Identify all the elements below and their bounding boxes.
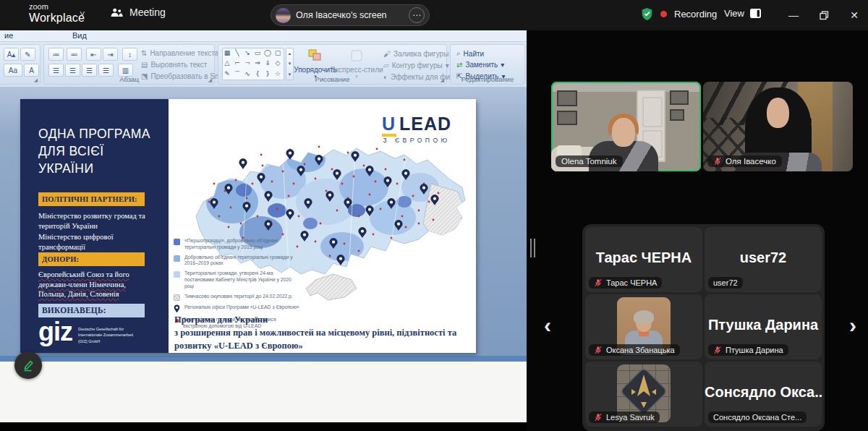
shared-screen-content: ие Вид А▴ ✎ Аа А ◢ ≔ ≕ ⇤ ⇥ ↕ ☰ ☰ ☰	[0, 30, 527, 431]
clear-format-button[interactable]: ✎	[20, 48, 35, 61]
quick-styles-icon	[349, 48, 364, 63]
mic-off-icon	[713, 157, 722, 166]
shape-elbow-icon[interactable]: ⌐	[233, 59, 242, 68]
partner-ministry-1: Міністерство розвитку громад та територі…	[38, 211, 150, 231]
decrease-indent-button[interactable]: ⇤	[86, 48, 101, 61]
align-text-button[interactable]: ▤ Выровнять текст	[141, 61, 207, 69]
presentation-slide: ОДНА ПРОГРАМА ДЛЯ ВСІЄЇ УКРАЇНИ ПОЛІТИЧН…	[20, 99, 476, 353]
legend-swatch-occupied	[174, 294, 180, 301]
recording-dot-icon	[660, 11, 667, 17]
participant-nametag: Сонсядло Оксана Сте...	[708, 411, 807, 423]
participant-tile-lesya[interactable]: Lesya Savruk	[585, 362, 702, 427]
participant-nametag: Птушка Дарина	[708, 344, 788, 356]
recording-label: Recording	[674, 9, 717, 20]
legend-item: Регіональні офіси Програми «U-LEAD з Євр…	[174, 304, 300, 313]
participant-tile-oksana[interactable]: Оксана Збанацька	[585, 294, 702, 359]
donors-text: Європейський Союз та його держави-члени …	[38, 270, 150, 299]
bullets-button[interactable]: ≔	[48, 48, 64, 61]
view-button[interactable]: View	[724, 8, 761, 19]
video-nametag: Olena Tomniuk	[556, 155, 623, 167]
panel-resize-handle[interactable]	[530, 239, 535, 257]
participant-nametag: Тарас ЧЕРНА	[589, 277, 662, 289]
shape-fill-icon: 🖌	[383, 50, 391, 58]
shape-outline-button[interactable]: ▱ Контур фигуры ▾	[383, 61, 449, 69]
participant-tile-ptushka[interactable]: Птушка Дарина Птушка Дарина	[705, 294, 822, 359]
shape-rectangle-icon[interactable]: ▭	[253, 48, 262, 58]
minimize-button[interactable]: —	[783, 6, 804, 25]
picture-frame	[557, 111, 577, 125]
shape-down-arrow-icon[interactable]: ⇓	[263, 59, 272, 68]
more-options-icon[interactable]: ⋯	[409, 7, 425, 23]
picture-frame	[670, 90, 689, 105]
shape-line-icon[interactable]: ╲	[233, 48, 242, 58]
legend-item: «Першопрохідці», добровільно об'єднані т…	[174, 238, 300, 251]
security-shield-icon[interactable]	[641, 7, 653, 21]
find-button[interactable]: ⌕ Найти	[456, 49, 484, 58]
participant-tile-taras[interactable]: Тарас ЧЕРНА Тарас ЧЕРНА	[585, 227, 702, 292]
arrange-icon	[307, 48, 323, 63]
shape-rounded-rect-icon[interactable]: ▢	[273, 48, 282, 58]
shape-elbow-arrow-icon[interactable]: ¬	[243, 59, 252, 68]
dropdown-arrow-icon: ▾	[501, 61, 504, 69]
slide-title: ОДНА ПРОГРАМА ДЛЯ ВСІЄЇ УКРАЇНИ	[38, 125, 154, 177]
find-icon: ⌕	[456, 49, 461, 58]
shape-oval-icon[interactable]: ◯	[263, 48, 272, 58]
partner-ministry-2: Міністерство цифрової трансформації	[38, 232, 150, 252]
shape-arrow-icon[interactable]: ↘	[243, 48, 252, 58]
line-spacing-button[interactable]: ↕	[122, 48, 137, 61]
participant-tile-user72[interactable]: user72 user72	[705, 227, 822, 292]
video-tile-olia[interactable]: Оля Івасечко	[703, 82, 853, 171]
paragraph-group: ≔ ≕ ⇤ ⇥ ↕ ☰ ☰ ☰ ☰ ▥ ⇅ Направление текста…	[43, 44, 215, 85]
picture-frame	[557, 90, 577, 106]
gallery-next-button[interactable]: ›	[843, 314, 862, 338]
tab-partial[interactable]: ие	[4, 31, 13, 40]
tab-view[interactable]: Вид	[72, 31, 87, 40]
shape-fill-button[interactable]: 🖌 Заливка фигуры ▾	[383, 50, 455, 58]
footer-line2: з розширення прав і можливостей на місце…	[174, 326, 469, 352]
slide-area-bottom-band	[0, 356, 527, 362]
view-label: View	[724, 8, 744, 19]
text-direction-button[interactable]: ⇅ Направление текста	[141, 49, 218, 57]
paragraph-group-label: Абзац	[44, 75, 214, 84]
scroll-down-icon[interactable]: ▼	[288, 61, 292, 66]
title-bar: zoom Workplace ˅ Meeting Оля Івасечко's …	[0, 0, 868, 30]
participant-nametag: Lesya Savruk	[589, 411, 660, 423]
participants-gallery: Тарас ЧЕРНА Тарас ЧЕРНА user72 user72	[582, 224, 825, 431]
recording-indicator: Recording	[641, 7, 717, 21]
replace-button[interactable]: ⇄ Заменить ▾	[456, 61, 504, 69]
restore-button[interactable]	[813, 6, 835, 25]
picture-frame	[670, 109, 684, 121]
increase-indent-button[interactable]: ⇥	[103, 48, 118, 61]
shape-outline-icon: ▱	[383, 61, 389, 69]
dropdown-arrow-icon: ▾	[446, 61, 449, 69]
numbering-button[interactable]: ≕	[67, 48, 82, 61]
close-button[interactable]: ✕	[843, 6, 865, 25]
footer-line1: Програма для України	[174, 313, 469, 326]
participant-tile-sonsiadlo[interactable]: Сонсядло Окса... Сонсядло Оксана Сте...	[705, 362, 822, 427]
meeting-label: Meeting	[129, 7, 166, 18]
giz-logo: giz Deutsche Gesellschaft für Internatio…	[38, 322, 136, 344]
replace-icon: ⇄	[456, 61, 462, 69]
shared-screen-label: Оля Івасечко's screen	[296, 10, 404, 20]
scroll-up-icon[interactable]: ▲	[288, 51, 292, 56]
people-icon	[110, 8, 124, 17]
giz-subtext: Deutsche Gesellschaft für Internationale…	[78, 322, 136, 344]
participant-nametag: user72	[708, 277, 743, 289]
grow-font-button[interactable]: А▴	[4, 48, 19, 61]
video-tile-olena[interactable]: Olena Tomniuk	[551, 82, 701, 171]
chevron-down-icon[interactable]: ˅	[80, 9, 85, 20]
gallery-prev-button[interactable]: ‹	[538, 314, 557, 338]
shape-triangle-icon[interactable]: △	[223, 59, 231, 68]
drawing-group-label: Рисование	[218, 75, 446, 84]
avatar	[276, 8, 291, 23]
shape-frame-icon[interactable]: ▦	[223, 48, 231, 58]
tab-meeting[interactable]: Meeting	[110, 7, 166, 18]
partners-heading: ПОЛІТИЧНІ ПАРТНЕРИ:	[38, 192, 145, 206]
annotate-button[interactable]	[14, 351, 42, 379]
participant-nametag: Оксана Збанацька	[589, 344, 680, 356]
shape-right-arrow-icon[interactable]: ⇒	[253, 59, 262, 68]
editing-group: ⌕ Найти ⇄ Заменить ▾ ⇱ Выделить ▾ Редакт…	[450, 44, 525, 85]
shared-screen-pill[interactable]: Оля Івасечко's screen ⋯	[271, 4, 430, 26]
shape-diamond-icon[interactable]: ◇	[273, 59, 282, 68]
text-direction-icon: ⇅	[141, 49, 147, 57]
